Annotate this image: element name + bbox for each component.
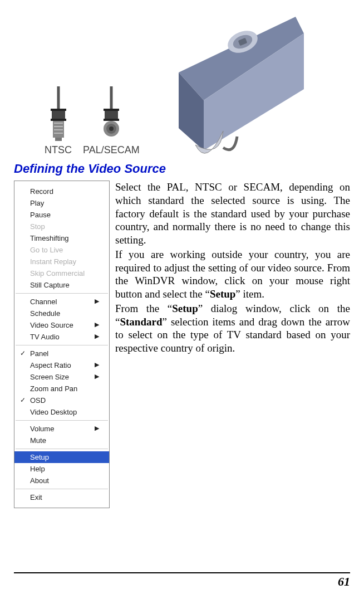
context-menu: RecordPlayPauseStopTimeshiftingGo to Liv…: [14, 181, 110, 508]
menu-item-skip-commercial[interactable]: Skip Commercial: [14, 267, 109, 279]
menu-item-label: Screen Size: [30, 373, 69, 381]
menu-item-label: TV Audio: [30, 333, 60, 341]
menu-item-label: Volume: [30, 425, 54, 433]
ntsc-antenna-icon: [47, 86, 70, 142]
menu-separator: [16, 420, 108, 421]
menu-item-volume[interactable]: Volume▶: [14, 423, 109, 435]
menu-separator: [16, 345, 108, 345]
menu-item-stop[interactable]: Stop: [14, 221, 109, 232]
menu-item-label: Video Source: [30, 321, 73, 329]
svg-point-16: [109, 126, 114, 131]
menu-separator: [16, 449, 108, 449]
svg-rect-2: [51, 109, 66, 111]
chevron-right-icon: ▶: [95, 321, 99, 328]
menu-item-instant-replay[interactable]: Instant Replay: [14, 256, 109, 267]
menu-item-panel[interactable]: ✓Panel: [14, 348, 109, 359]
palsecam-label: PAL/SECAM: [83, 144, 140, 156]
menu-separator: [16, 489, 108, 489]
paragraph-3: From the “Setup” dialog window, click on…: [115, 302, 350, 355]
body-text: Select the PAL, NTSC or SECAM, depending…: [115, 181, 350, 356]
menu-item-video-desktop[interactable]: Video Desktop: [14, 406, 109, 418]
menu-item-label: Setup: [30, 453, 49, 461]
menu-item-aspect-ratio[interactable]: Aspect Ratio▶: [14, 359, 109, 371]
menu-item-help[interactable]: Help: [14, 463, 109, 475]
menu-item-label: Exit: [30, 493, 42, 501]
menu-item-mute[interactable]: Mute: [14, 435, 109, 446]
page-footer: 61: [14, 572, 350, 589]
menu-item-label: Go to Live: [30, 246, 63, 254]
palsecam-antenna-icon: [100, 86, 122, 142]
menu-item-pause[interactable]: Pause: [14, 209, 109, 221]
antenna-figure-group: NTSC PAL/SECAM: [45, 86, 140, 156]
chevron-right-icon: ▶: [95, 373, 99, 380]
menu-item-still-capture[interactable]: Still Capture: [14, 279, 109, 291]
section-title: Defining the Video Source: [14, 162, 350, 176]
menu-item-label: Mute: [30, 436, 46, 445]
menu-item-label: Record: [30, 187, 53, 196]
ntsc-label: NTSC: [45, 144, 72, 156]
palsecam-antenna: PAL/SECAM: [83, 86, 140, 156]
device-figure: [156, 11, 307, 156]
menu-separator: [16, 293, 108, 294]
menu-item-label: Timeshifting: [30, 234, 69, 242]
svg-rect-9: [55, 138, 62, 141]
menu-item-label: Aspect Ratio: [30, 361, 71, 369]
checkmark-icon: ✓: [20, 349, 26, 357]
menu-item-osd[interactable]: ✓OSD: [14, 395, 109, 406]
menu-item-schedule[interactable]: Schedule: [14, 308, 109, 319]
menu-item-record[interactable]: Record: [14, 186, 109, 197]
menu-item-label: Stop: [30, 222, 45, 231]
menu-item-label: Play: [30, 199, 44, 207]
menu-item-label: OSD: [30, 396, 46, 405]
checkmark-icon: ✓: [20, 396, 26, 404]
ntsc-antenna: NTSC: [45, 86, 72, 156]
menu-item-label: Instant Replay: [30, 257, 76, 266]
svg-rect-3: [51, 119, 66, 121]
menu-item-label: Pause: [30, 211, 51, 219]
menu-item-zoom-and-pan[interactable]: Zoom and Pan: [14, 383, 109, 395]
menu-item-video-source[interactable]: Video Source▶: [14, 319, 109, 331]
chevron-right-icon: ▶: [95, 361, 99, 368]
menu-item-label: Skip Commercial: [30, 269, 85, 277]
svg-rect-12: [104, 109, 119, 111]
menu-item-tv-audio[interactable]: TV Audio▶: [14, 331, 109, 343]
menu-item-label: Schedule: [30, 309, 60, 318]
menu-item-label: Zoom and Pan: [30, 384, 77, 393]
menu-item-go-to-live[interactable]: Go to Live: [14, 244, 109, 256]
menu-item-label: Channel: [30, 298, 57, 306]
paragraph-1: Select the PAL, NTSC or SECAM, depending…: [115, 181, 350, 247]
device-icon: [156, 11, 307, 156]
menu-item-channel[interactable]: Channel▶: [14, 296, 109, 308]
menu-item-label: Help: [30, 465, 45, 473]
chevron-right-icon: ▶: [95, 333, 99, 340]
menu-item-label: Panel: [30, 349, 48, 358]
menu-item-label: About: [30, 476, 49, 485]
menu-item-label: Video Desktop: [30, 408, 77, 416]
menu-item-label: Still Capture: [30, 281, 70, 289]
menu-item-timeshifting[interactable]: Timeshifting: [14, 232, 109, 244]
chevron-right-icon: ▶: [95, 298, 99, 305]
chevron-right-icon: ▶: [95, 425, 99, 432]
paragraph-2: If you are working outside your country,…: [115, 248, 350, 301]
menu-item-screen-size[interactable]: Screen Size▶: [14, 371, 109, 383]
menu-item-setup[interactable]: Setup: [14, 451, 109, 463]
menu-item-exit[interactable]: Exit: [14, 491, 109, 503]
menu-item-about[interactable]: About: [14, 475, 109, 486]
menu-item-play[interactable]: Play: [14, 197, 109, 209]
top-figures: NTSC PAL/SECAM: [14, 11, 350, 156]
page-number: 61: [338, 574, 350, 588]
svg-rect-13: [104, 119, 119, 121]
